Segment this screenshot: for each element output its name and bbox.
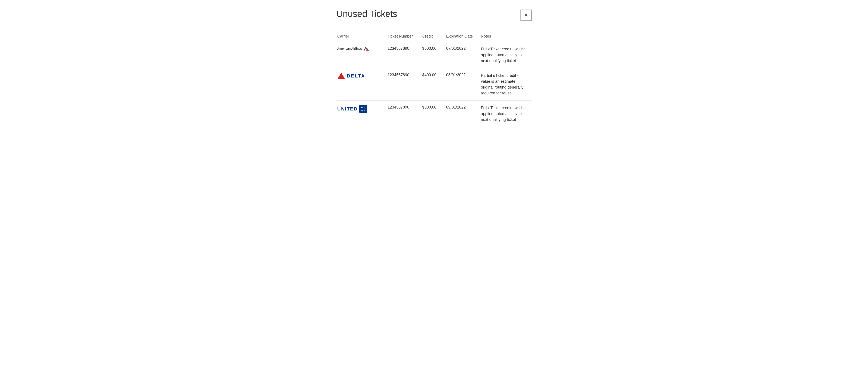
table-row: UNITED 1234567890 $300. [337,101,532,127]
table-row: American Airlines 1234567890 $500.00 07/… [337,42,532,68]
notes-delta: Partial eTicket credit - value is an est… [477,68,532,101]
ticket-number-united: 1234567890 [384,101,419,127]
col-header-ticket: Ticket Number [384,32,419,42]
close-button[interactable]: ✕ [521,9,532,21]
american-airlines-text: American Airlines [337,47,362,50]
modal-header: Unused Tickets ✕ [337,9,532,21]
notes-united: Full eTicket credit - will be applied au… [477,101,532,127]
carrier-cell-american: American Airlines [337,42,384,68]
credit-united: $300.00 [419,101,443,127]
modal-title: Unused Tickets [337,9,397,19]
american-airlines-icon [363,46,369,51]
col-header-credit: Credit [419,32,443,42]
ticket-number-american: 1234567890 [384,42,419,68]
col-header-notes: Notes [477,32,532,42]
expiration-delta: 08/01/2022 [443,68,477,101]
close-icon: ✕ [524,12,528,18]
modal-container: Unused Tickets ✕ Carrier Ticket Number C… [326,0,542,140]
credit-delta: $400.00 [419,68,443,101]
table-row: DELTA 1234567890 $400.00 08/01/2022 Part… [337,68,532,101]
carrier-cell-delta: DELTA [337,68,384,101]
american-airlines-logo: American Airlines [337,46,381,51]
carrier-cell-united: UNITED [337,101,384,127]
expiration-united: 09/01/2022 [443,101,477,127]
col-header-expiration: Expiration Date [443,32,477,42]
ticket-number-delta: 1234567890 [384,68,419,101]
united-logo: UNITED [337,105,381,113]
delta-triangle-icon [337,73,345,79]
united-globe-icon [359,105,367,113]
delta-text: DELTA [347,73,365,79]
expiration-american: 07/01/2022 [443,42,477,68]
delta-logo: DELTA [337,73,381,79]
table-header-row: Carrier Ticket Number Credit Expiration … [337,32,532,42]
credit-american: $500.00 [419,42,443,68]
notes-american: Full eTicket credit - will be applied au… [477,42,532,68]
united-text: UNITED [337,106,358,112]
col-header-carrier: Carrier [337,32,384,42]
tickets-table: Carrier Ticket Number Credit Expiration … [337,32,532,127]
